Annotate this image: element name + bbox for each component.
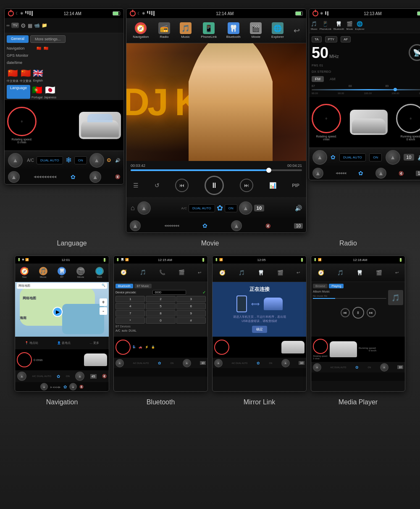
skip-forward-btn[interactable]: ⏭ (240, 179, 253, 192)
nav-phonelink[interactable]: 📱 PhoneLink (201, 22, 217, 39)
bt-tab-music[interactable]: BT Music (134, 284, 152, 288)
bt-nav-movie[interactable]: 🎬 (178, 269, 185, 276)
mp-nav-bt[interactable]: 🦷 (357, 270, 363, 276)
lang-chinese-trad[interactable]: 🇨🇳 中文繁体 (20, 68, 32, 83)
eq-icon[interactable]: 📊 (269, 182, 276, 189)
mp-knob2[interactable]: ▲ (380, 363, 388, 372)
lang-portugal[interactable]: 🇵🇹 Portugal (32, 85, 42, 99)
nav-si-bt[interactable]: 🦷 BT (58, 267, 66, 278)
aux-icon[interactable] (6, 25, 10, 26)
key-7[interactable]: 7 (116, 310, 145, 316)
ml-knob2[interactable]: ▲ (281, 359, 290, 367)
right-knob1[interactable]: ▲ (312, 150, 327, 165)
right-vol[interactable]: 🔊 (417, 154, 420, 161)
back-icon[interactable]: ↩ (294, 26, 300, 35)
mirror-confirm-btn[interactable]: 确定 (252, 326, 267, 333)
bt-nav-phone[interactable]: 📞 (159, 269, 165, 276)
key-1[interactable]: 1 (116, 296, 145, 302)
mp-skip-back[interactable]: ⏮ (341, 308, 350, 317)
nav-icon-poi[interactable]: 📍 地点站 (25, 341, 38, 345)
nav-explorer[interactable]: 🌐 Explorer (271, 22, 284, 39)
af-btn[interactable]: AF (341, 36, 351, 42)
playlist-icon[interactable]: ☰ (133, 182, 139, 189)
tv-btn[interactable]: TV (11, 23, 19, 28)
progress-thumb[interactable] (266, 168, 271, 173)
left-vol-knob[interactable]: ▲ (8, 153, 23, 168)
nav-bot-knob2[interactable]: ▲ (69, 383, 77, 390)
nav-radio[interactable]: 📻 Radio (158, 22, 170, 39)
key-8[interactable]: 8 (146, 310, 175, 316)
nav-si-web[interactable]: 🌐 Web (95, 267, 104, 278)
right-knob2[interactable]: ▲ (386, 150, 400, 165)
fm-btn[interactable]: FM (312, 76, 324, 82)
nav-si-movie[interactable]: 🎬 Movie (76, 267, 85, 278)
nav-knob[interactable]: ▲ (17, 372, 26, 381)
pty-btn[interactable]: PTY (325, 36, 338, 42)
bt-tab-bluetooth[interactable]: Bluetooth (116, 284, 133, 288)
pip-btn[interactable]: PIP (292, 183, 299, 188)
mp-knob[interactable]: ▲ (313, 363, 321, 372)
nav-bot-knob[interactable]: ▲ (40, 383, 48, 390)
language-active-btn[interactable]: Language (7, 85, 30, 99)
nav-si-home[interactable]: 🧭 Nav (20, 267, 29, 278)
ml-nav-bt[interactable]: 🦷 (258, 270, 264, 276)
center-bot-knob[interactable]: ▲ (130, 220, 141, 231)
file-btn[interactable]: 📁 (42, 23, 47, 28)
setting-btn[interactable]: ⚙ (21, 22, 26, 29)
nav-zoom-in[interactable]: + (100, 298, 107, 306)
key-3[interactable]: 3 (176, 296, 206, 302)
bt-nav-music[interactable]: 🎵 (140, 269, 146, 276)
ml-nav-back[interactable]: ↩ (297, 270, 300, 275)
media-browse-tab[interactable]: Browse (313, 284, 328, 288)
nav-navigation[interactable]: 🧭 Navigation (133, 22, 149, 39)
center-bot-knob2[interactable]: ▲ (231, 220, 242, 231)
left-knob3[interactable]: ▲ (89, 171, 101, 183)
center-knob1[interactable]: ▲ (137, 201, 151, 215)
nav-si-music[interactable]: 🎵 Music (39, 267, 47, 278)
freq-slider[interactable] (312, 89, 420, 90)
bt-nav-home[interactable]: 🧭 (121, 269, 127, 276)
ml-nav-movie[interactable]: 🎬 (277, 270, 284, 276)
center-home-icon[interactable]: ⌂ (131, 204, 135, 212)
bt-knob[interactable]: ▲ (116, 359, 124, 367)
left-temp-knob[interactable]: ▲ (89, 153, 104, 168)
bt-nav-back[interactable]: ↩ (198, 270, 201, 275)
mp-nav-home[interactable]: 🧭 (318, 270, 324, 276)
left-knob2[interactable]: ▲ (8, 171, 20, 183)
nav-icon-person[interactable]: 👤 盘地点 (57, 341, 71, 345)
key-4[interactable]: 4 (116, 303, 145, 309)
play-pause-btn[interactable]: ⏸ (205, 176, 224, 195)
ml-nav-music[interactable]: 🎵 (239, 270, 245, 276)
mp-nav-music[interactable]: 🎵 (337, 270, 344, 276)
more-settings-tab[interactable]: More settings... (30, 35, 66, 43)
media-playing-tab[interactable]: Playing (329, 284, 344, 288)
mp-nav-back[interactable]: ↩ (395, 270, 399, 275)
right-nav-phonelink[interactable]: 📱 PhoneLink (320, 21, 331, 30)
key-2[interactable]: 2 (146, 296, 175, 302)
mp-nav-movie[interactable]: 🎬 (376, 270, 382, 276)
progress-track[interactable] (131, 169, 302, 171)
ml-knob[interactable]: ▲ (214, 359, 223, 367)
key-star[interactable]: * (116, 317, 145, 324)
nav-knob2[interactable]: ▲ (75, 372, 84, 381)
mp-play[interactable]: ⏸ (352, 307, 364, 319)
nav-icon-more[interactable]: … 更多 (89, 341, 99, 345)
repeat-icon[interactable]: ↺ (155, 182, 160, 189)
lang-chinese-simple[interactable]: 🇨🇳 中文简体 (7, 68, 18, 83)
nav-search-bar[interactable]: 网络地图 🔍 (17, 283, 107, 289)
nav-bluetooth[interactable]: 🦷 Bluetooth (226, 22, 241, 39)
lang-japanese[interactable]: 🇯🇵 Japaness (44, 85, 56, 99)
bt-pincode-input[interactable]: 0000 (152, 290, 186, 295)
ml-nav-home[interactable]: 🧭 (219, 270, 226, 276)
key-6[interactable]: 6 (176, 303, 206, 309)
general-tab[interactable]: General (7, 35, 29, 43)
dvr-btn[interactable]: 📹 (34, 23, 40, 28)
bt-knob2[interactable]: ▲ (183, 359, 191, 367)
right-nav-explorer[interactable]: 🌐 Explorer (355, 21, 364, 30)
lang-english[interactable]: 🇬🇧 English (33, 68, 43, 83)
key-hash[interactable]: # (176, 317, 206, 324)
key-9[interactable]: 9 (176, 310, 206, 316)
location-pin[interactable]: ▶ (52, 307, 63, 317)
key-5[interactable]: 5 (146, 303, 175, 309)
right-nav-movie[interactable]: 🎬 Movie (346, 21, 353, 30)
